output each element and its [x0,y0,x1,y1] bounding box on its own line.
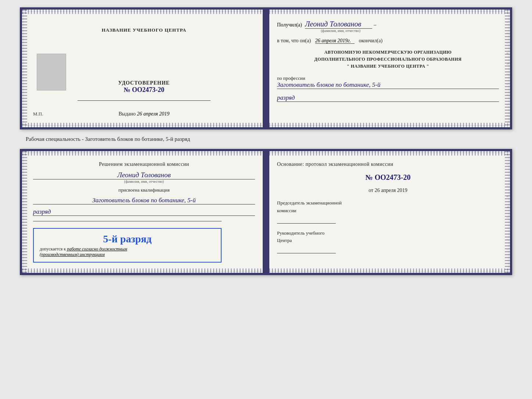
stamp-box: 5-й разряд допускается к работе согласно… [33,228,222,263]
stamp-rank: 5-й разряд [40,233,215,245]
bottom-left-deco [22,151,27,273]
cert-label: УДОСТОВЕРЕНИЕ [118,80,170,86]
org-line2: ДОПОЛНИТЕЛЬНОГО ПРОФЕССИОНАЛЬНОГО ОБРАЗО… [277,56,499,63]
top-doc-right: Получил(а) Леонид Толованов – (фамилия, … [266,10,510,127]
mp-stamp: М.П. [33,111,43,117]
bottom-doc-spine [263,151,269,273]
protocol-date-value: 26 апреля 2019 [375,188,407,193]
stamp-admission-prefix: допускается к [40,246,66,252]
protocol-date: от 26 апреля 2019 [277,188,499,193]
cert-number: № OO2473-20 [118,86,170,94]
stamp-admission-italic2: (производственным) инструкциям [40,252,105,257]
qualification-label: присвоена квалификация [33,187,255,193]
left-deco [22,10,27,127]
recipient-hint: (фамилия, имя, отчество) [305,29,376,33]
bottom-side-marks: –––и,а‹––––– [506,151,510,273]
org-line1: АВТОНОМНУЮ НЕКОММЕРЧЕСКУЮ ОРГАНИЗАЦИЮ [277,49,499,56]
stamp-admission: допускается к работе согласно должностны… [40,246,215,257]
chairman-signature-line [277,216,336,224]
date-suffix: окончил(а) [359,38,382,43]
bottom-document: Решением экзаменационной комиссии Леонид… [20,149,512,275]
director-block: Руководитель учебного Центра [277,229,499,254]
recipient-hint-dash: – [374,22,376,28]
razryad-block: разряд [277,94,499,102]
recipient-name: Леонид Толованов [305,20,372,29]
commission-name: Леонид Толованов [33,171,255,179]
chairman-block: Председатель экзаменационной комиссии [277,199,499,224]
razryad-value: разряд [277,94,499,102]
basis-title: Основание: протокол экзаменационной коми… [277,161,499,167]
stamp-admission-italic: работе согласно должностным [67,246,127,252]
commission-name-block: Леонид Толованов (фамилия, имя, отчество… [33,171,255,184]
protocol-number: № OO2473-20 [277,173,499,182]
commission-hint: (фамилия, имя, отчество) [33,179,255,184]
side-marks: –––и,а‹––––– [506,10,510,127]
specialty-text: Рабочая специальность - Заготовитель бло… [7,136,190,142]
issued-line: Выдано 26 апреля 2019 [119,111,170,117]
issued-date: 26 апреля 2019 [137,111,169,117]
director-signature-line [277,246,336,253]
date-value: 26 апреля 2019г. [315,38,355,44]
profession-block: по профессии Заготовитель блоков по бота… [277,75,499,89]
recipient-block: Получил(а) Леонид Толованов – (фамилия, … [277,20,499,33]
photo-placeholder [37,54,66,90]
qualification-razryad: разряд [33,208,255,216]
chairman-label2: комиссии [277,207,499,215]
commission-title: Решением экзаменационной комиссии [33,161,255,167]
training-center-title: НАЗВАНИЕ УЧЕБНОГО ЦЕНТРА [102,27,187,33]
profession-value: Заготовитель блоков по ботанике, 5-й [277,81,499,89]
director-label: Руководитель учебного [277,229,499,237]
date-prefix: в том, что он(а) [277,38,311,43]
recipient-prefix: Получил(а) [277,22,302,28]
date-line: в том, что он(а) 26 апреля 2019г. окончи… [277,38,499,44]
top-document: НАЗВАНИЕ УЧЕБНОГО ЦЕНТРА УДОСТОВЕРЕНИЕ №… [20,7,512,129]
director-label2: Центра [277,237,499,245]
doc-spine [263,10,269,127]
org-line3: " НАЗВАНИЕ УЧЕБНОГО ЦЕНТРА " [277,63,499,70]
profession-label: по профессии [277,75,499,81]
org-block: АВТОНОМНУЮ НЕКОММЕРЧЕСКУЮ ОРГАНИЗАЦИЮ ДО… [277,49,499,70]
qualification-value: Заготовитель блоков по ботанике, 5-й [33,197,255,204]
recipient-name-block: Леонид Толованов – (фамилия, имя, отчест… [305,20,376,33]
top-doc-left: НАЗВАНИЕ УЧЕБНОГО ЦЕНТРА УДОСТОВЕРЕНИЕ №… [22,10,266,127]
issued-label: Выдано [119,111,136,117]
chairman-label: Председатель экзаменационной [277,199,499,207]
protocol-date-prefix: от [369,188,373,193]
bottom-doc-right: Основание: протокол экзаменационной коми… [266,151,510,273]
bottom-doc-left: Решением экзаменационной комиссии Леонид… [22,151,266,273]
